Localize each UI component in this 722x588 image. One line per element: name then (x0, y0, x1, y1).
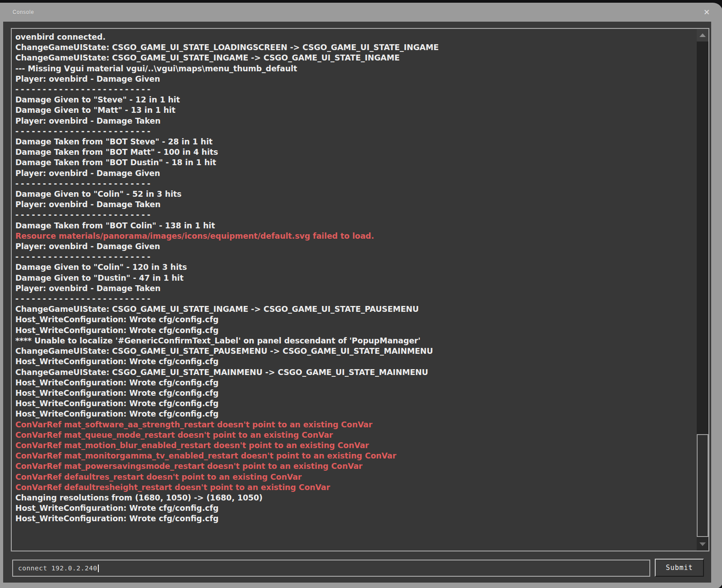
console-line: ConVarRef mat_queue_mode_restart doesn't… (15, 430, 669, 440)
titlebar[interactable]: Console ✕ (13, 3, 712, 22)
console-line: ------------------------- (15, 126, 669, 136)
console-line: ConVarRef mat_powersavingsmode_restart d… (15, 461, 669, 471)
console-line: Player: ovenbird - Damage Taken (15, 283, 669, 293)
console-line: Host_WriteConfiguration: Wrote cfg/confi… (15, 398, 669, 408)
submit-button-label: Submit (666, 564, 693, 572)
scroll-down-button[interactable] (697, 538, 708, 551)
console-line: ------------------------- (15, 293, 669, 304)
submit-button[interactable]: Submit (655, 559, 704, 577)
console-line: Damage Given to "Colin" - 120 in 3 hits (15, 262, 669, 272)
close-icon[interactable]: ✕ (701, 7, 712, 18)
text-cursor (98, 565, 99, 572)
command-input-value: connect 192.0.2.240 (18, 565, 97, 572)
console-line: Changing resolutions from (1680, 1050) -… (15, 492, 669, 503)
console-line: ChangeGameUIState: CSGO_GAME_UI_STATE_MA… (15, 367, 669, 377)
console-line: Player: ovenbird - Damage Given (15, 241, 669, 251)
up-triangle-icon (699, 33, 706, 37)
scrollbar[interactable] (697, 29, 708, 551)
console-line: ConVarRef mat_software_aa_strength_resta… (15, 419, 669, 430)
console-line: ChangeGameUIState: CSGO_GAME_UI_STATE_IN… (15, 52, 669, 63)
down-triangle-icon (699, 542, 706, 546)
console-line: ConVarRef defaultres_restart doesn't poi… (15, 472, 669, 482)
screen: Console ✕ ovenbird connected.ChangeGameU… (0, 0, 722, 588)
console-line: Damage Given to "Colin" - 52 in 3 hits (15, 189, 669, 199)
console-line: Host_WriteConfiguration: Wrote cfg/confi… (15, 325, 669, 335)
console-line: ChangeGameUIState: CSGO_GAME_UI_STATE_LO… (15, 42, 669, 52)
console-line: ------------------------- (15, 178, 669, 189)
console-line: ConVarRef mat_monitorgamma_tv_enabled_re… (15, 450, 669, 461)
console-line: ------------------------- (15, 84, 669, 94)
console-line: Host_WriteConfiguration: Wrote cfg/confi… (15, 408, 669, 419)
console-line: Damage Given to "Steve" - 12 in 1 hit (15, 94, 669, 105)
console-line: ------------------------- (15, 209, 669, 220)
console-line: **** Unable to localize '#GenericConfirm… (15, 335, 669, 346)
command-input[interactable]: connect 192.0.2.240 (12, 560, 650, 577)
console-line: Damage Taken from "BOT Steve" - 28 in 1 … (15, 136, 669, 147)
console-line: Player: ovenbird - Damage Taken (15, 116, 669, 126)
console-line: ChangeGameUIState: CSGO_GAME_UI_STATE_PA… (15, 346, 669, 356)
console-log[interactable]: ovenbird connected.ChangeGameUIState: CS… (12, 29, 696, 551)
window-title: Console (13, 9, 34, 15)
console-line: Host_WriteConfiguration: Wrote cfg/confi… (15, 503, 669, 513)
console-line: Damage Given to "Matt" - 13 in 1 hit (15, 105, 669, 115)
console-line: Damage Taken from "BOT Dustin" - 18 in 1… (15, 157, 669, 167)
console-line: Damage Given to "Dustin" - 47 in 1 hit (15, 273, 669, 283)
console-line: Damage Taken from "BOT Matt" - 100 in 4 … (15, 147, 669, 157)
console-line: Player: ovenbird - Damage Taken (15, 199, 669, 209)
console-line: Host_WriteConfiguration: Wrote cfg/confi… (15, 356, 669, 366)
console-line: ovenbird connected. (15, 32, 669, 42)
console-line: Host_WriteConfiguration: Wrote cfg/confi… (15, 513, 669, 523)
console-line: Host_WriteConfiguration: Wrote cfg/confi… (15, 314, 669, 324)
console-line: ConVarRef defaultresheight_restart doesn… (15, 482, 669, 492)
window-body: ovenbird connected.ChangeGameUIState: CS… (3, 22, 711, 583)
console-window: Console ✕ ovenbird connected.ChangeGameU… (0, 3, 722, 588)
console-line: ConVarRef mat_motion_blur_enabled_restar… (15, 440, 669, 450)
console-line: Player: ovenbird - Damage Given (15, 168, 669, 178)
console-line: ------------------------- (15, 251, 669, 262)
scroll-up-button[interactable] (697, 29, 708, 42)
console-output: ovenbird connected.ChangeGameUIState: CS… (11, 28, 709, 551)
console-line: ChangeGameUIState: CSGO_GAME_UI_STATE_IN… (15, 304, 669, 314)
scrollbar-thumb[interactable] (697, 434, 708, 537)
console-line: --- Missing Vgui material vgui/..\vgui\m… (15, 63, 669, 74)
console-line: Damage Taken from "BOT Colin" - 138 in 1… (15, 220, 669, 231)
console-line: Player: ovenbird - Damage Given (15, 74, 669, 84)
console-line: Resource materials/panorama/images/icons… (15, 231, 669, 241)
console-line: Host_WriteConfiguration: Wrote cfg/confi… (15, 388, 669, 398)
console-line: Host_WriteConfiguration: Wrote cfg/confi… (15, 377, 669, 388)
